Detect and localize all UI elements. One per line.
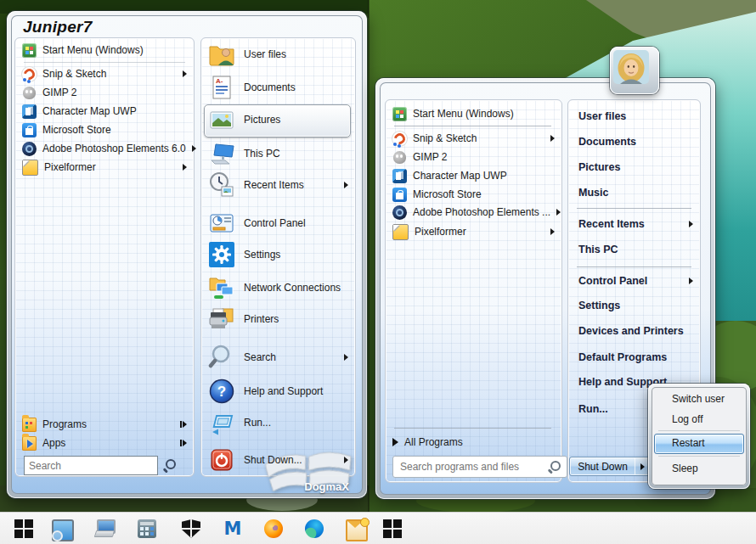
firefox-icon[interactable] [264,519,283,538]
menu-item-gimp[interactable]: GIMP 2 [15,83,194,102]
computer-icon[interactable] [95,519,114,538]
menu-title: Juniper7 [23,18,93,36]
menu-item-default-programs[interactable]: Default Programs [568,348,700,367]
separator [24,62,185,63]
avatar-photo [613,50,649,84]
pixelformer-icon [392,224,409,240]
user-avatar[interactable] [610,47,659,94]
network-connections-icon [208,274,235,301]
menu-item-music[interactable]: Music [568,183,700,202]
pictures-icon [208,106,235,133]
menu-item-control-panel[interactable]: Control Panel [568,272,700,290]
calculator-icon[interactable] [138,519,156,538]
menu-item-character-map[interactable]: Character Map UWP [386,166,561,185]
photoshop-elements-icon [22,142,37,156]
menu-item-snip-sketch[interactable]: Snip & Sketch [386,129,561,148]
magnifier-display-icon[interactable] [52,519,74,541]
user-files-icon [208,41,235,68]
start-menu-icon [392,107,407,121]
printers-icon [208,306,235,333]
menu-item-snip-sketch[interactable]: Snip & Sketch [15,64,194,83]
search-icon[interactable] [163,459,176,472]
menu-item-this-pc[interactable]: This PC [568,240,700,259]
menu-item-pixelformer[interactable]: Pixelformer [15,158,194,177]
this-pc-icon [208,140,235,167]
menu-item-printers[interactable]: Printers [201,304,355,334]
search-large-icon [208,344,235,371]
menu-item-user-files[interactable]: User files [201,39,355,70]
menu-item-shut-down[interactable]: Shut Down... [201,445,355,475]
menu-item-devices-and-printers[interactable]: Devices and Printers [568,322,700,340]
pixelformer-icon [22,160,38,176]
search-icon[interactable] [548,461,561,474]
search-input[interactable] [24,456,158,475]
menu-item-all-programs[interactable]: All Programs [386,433,561,451]
menu-item-character-map[interactable]: Character Map UWP [15,102,194,121]
menu-item-start-menu-windows[interactable]: Start Menu (Windows) [15,41,194,59]
submenu-arrow-icon [556,209,561,216]
control-panel-icon [208,210,235,237]
menu-item-recent-items[interactable]: Recent Items [568,215,700,233]
character-map-icon [22,104,37,119]
menu-item-documents[interactable]: A- Documents [201,72,355,103]
menu-item-this-pc[interactable]: This PC [201,138,355,169]
menu-item-programs[interactable]: Programs [15,415,194,434]
gimp-icon [392,150,407,165]
menu-item-help-and-support[interactable]: ? Help and Support [201,376,355,407]
submenu-arrow-icon [192,145,196,152]
menu-item-microsoft-store[interactable]: Microsoft Store [386,185,561,204]
separator [394,428,551,429]
menu-item-control-panel[interactable]: Control Panel [201,208,355,238]
malwarebytes-icon[interactable]: M [223,519,242,538]
gimp-icon [22,86,37,100]
documents-icon: A- [208,74,235,101]
shut-down-button[interactable]: Shut Down [569,457,636,476]
desktop: Juniper7 Start Menu (Windows) Snip & Ske… [0,0,756,544]
search-input[interactable] [392,456,567,478]
windows-start-icon[interactable] [383,519,402,538]
help-icon: ? [208,378,235,405]
menu-item-restart[interactable]: Restart [652,434,747,452]
menu-item-settings[interactable]: Settings [568,296,700,315]
menu-item-search[interactable]: Search [201,342,355,373]
edge-icon[interactable] [305,519,324,538]
menu-item-start-menu-windows[interactable]: Start Menu (Windows) [386,104,561,123]
menu-item-gimp[interactable]: GIMP 2 [386,148,561,166]
menu-item-recent-items[interactable]: Recent Items [201,170,355,200]
menu-item-run[interactable]: Run... [201,407,355,438]
menu-item-pixelformer[interactable]: Pixelformer [386,222,561,241]
menu-item-network-connections[interactable]: Network Connections [201,272,355,303]
arrow-right-icon [640,463,645,470]
svg-text:A-: A- [216,77,223,85]
menu-item-sleep[interactable]: Sleep [652,459,747,478]
submenu-arrow-icon [344,182,348,188]
photoshop-elements-icon [392,205,407,220]
menu-item-apps[interactable]: Apps [15,434,194,452]
defender-shield-icon[interactable] [182,519,200,538]
menu-item-log-off[interactable]: Log off [652,410,747,429]
outlook-icon[interactable] [346,519,368,541]
menu-item-pictures[interactable]: Pictures [568,158,700,177]
submenu-arrow-icon [183,164,187,171]
menu-item-user-files[interactable]: User files [568,107,700,126]
windows-start-icon[interactable] [14,519,33,538]
separator [658,430,740,431]
menu-item-documents[interactable]: Documents [568,132,700,151]
left-start-menu-window: Juniper7 Start Menu (Windows) Snip & Ske… [7,11,367,498]
run-icon [208,409,235,436]
menu-item-microsoft-store[interactable]: Microsoft Store [15,121,194,139]
menu-item-switch-user[interactable]: Switch user [652,390,747,408]
menu-item-settings[interactable]: Settings [201,239,355,270]
svg-text:?: ? [217,384,226,400]
menu-item-pictures[interactable]: Pictures [201,104,355,135]
microsoft-store-icon [392,188,407,202]
submenu-arrow-icon [344,354,348,361]
left-menu-app-column: Start Menu (Windows) Snip & Sketch GIMP … [14,37,195,477]
menu-item-photoshop-elements[interactable]: Adobe Photoshop Elements ... [386,203,561,222]
power-options-popup: Switch user Log off Restart Sleep [648,384,750,489]
submenu-arrow-icon [689,221,693,227]
separator [394,126,551,126]
taskbar: M [0,512,756,544]
menu-item-photoshop-elements[interactable]: Adobe Photoshop Elements 6.0 [15,139,194,158]
right-menu-app-column: Start Menu (Windows) Snip & Sketch GIMP … [385,99,562,483]
